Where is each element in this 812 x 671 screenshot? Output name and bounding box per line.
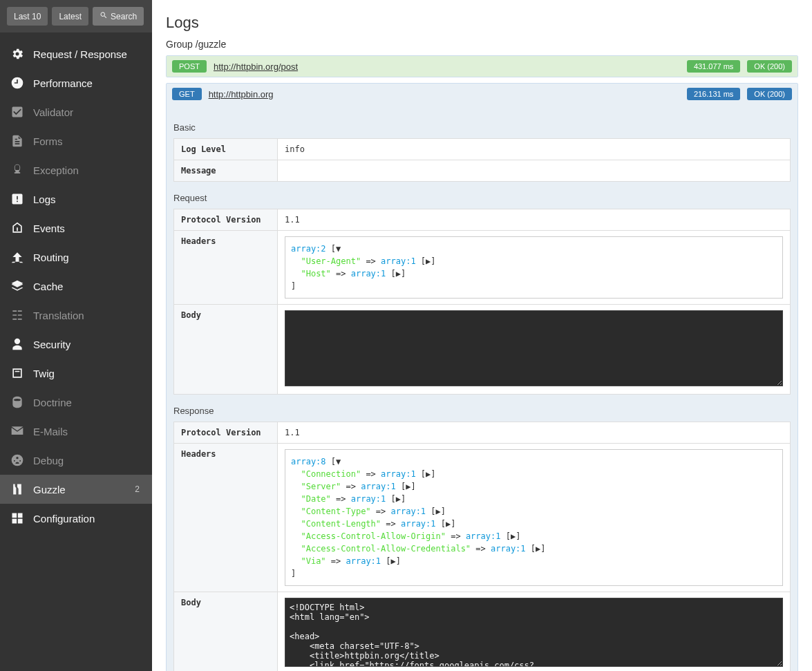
row-value: 1.1 bbox=[278, 209, 791, 231]
headers-dump[interactable]: array:8 [▼ "Connection" => array:1 [▶] "… bbox=[285, 449, 783, 586]
log-entry-header[interactable]: GEThttp://httpbin.org216.131 msOK (200) bbox=[167, 84, 797, 104]
expand-toggle-icon[interactable]: ▶ bbox=[426, 256, 431, 266]
row-label: Body bbox=[174, 305, 278, 395]
sidebar-item-label: Translation bbox=[33, 310, 84, 321]
sidebar-item-count: 2 bbox=[135, 484, 142, 494]
status-pill: OK (200) bbox=[747, 60, 792, 73]
latest-button[interactable]: Latest bbox=[52, 7, 88, 26]
table-row: Body bbox=[174, 305, 791, 395]
text-value: 1.1 bbox=[285, 215, 300, 225]
text-value: 1.1 bbox=[285, 428, 300, 437]
expand-toggle-icon[interactable]: ▶ bbox=[511, 531, 516, 541]
response-body-textarea[interactable] bbox=[285, 598, 783, 667]
group-path: /guzzle bbox=[196, 39, 226, 50]
table-row: Protocol Version1.1 bbox=[174, 422, 791, 444]
sidebar-item-forms[interactable]: Forms bbox=[0, 126, 152, 155]
request-response-icon bbox=[10, 46, 25, 62]
collapse-toggle-icon[interactable]: ▼ bbox=[336, 244, 341, 254]
expand-toggle-icon[interactable]: ▶ bbox=[396, 269, 401, 278]
row-label: Message bbox=[174, 160, 278, 182]
log-entry: GEThttp://httpbin.org216.131 msOK (200)B… bbox=[166, 83, 798, 671]
row-label: Protocol Version bbox=[174, 209, 278, 231]
table-row: Log Levelinfo bbox=[174, 139, 791, 160]
method-badge: POST bbox=[172, 60, 207, 73]
collapse-toggle-icon[interactable]: ▼ bbox=[336, 457, 341, 466]
basic-section-title: Basic bbox=[173, 122, 791, 133]
sidebar-item-label: Exception bbox=[33, 164, 79, 176]
search-button[interactable]: Search bbox=[93, 7, 144, 26]
validator-icon bbox=[10, 104, 25, 120]
sidebar-item-label: Performance bbox=[33, 77, 93, 89]
debug-icon bbox=[10, 453, 25, 468]
table-row: Body bbox=[174, 592, 791, 672]
expand-toggle-icon[interactable]: ▶ bbox=[391, 556, 396, 566]
sidebar-item-translation[interactable]: Translation bbox=[0, 301, 152, 330]
expand-toggle-icon[interactable]: ▶ bbox=[436, 507, 441, 516]
row-value bbox=[278, 160, 791, 182]
row-value: 1.1 bbox=[278, 422, 791, 444]
sidebar-item-performance[interactable]: Performance bbox=[0, 68, 152, 97]
row-label: Headers bbox=[174, 444, 278, 592]
sidebar-item-validator[interactable]: Validator bbox=[0, 97, 152, 126]
sidebar-item-label: E-Mails bbox=[33, 426, 68, 437]
sidebar-item-configuration[interactable]: Configuration bbox=[0, 504, 152, 533]
sidebar-item-label: Events bbox=[33, 223, 65, 234]
sidebar-item-events[interactable]: Events bbox=[0, 214, 152, 243]
table-row: Headersarray:2 [▼ "User-Agent" => array:… bbox=[174, 231, 791, 305]
doctrine-icon bbox=[10, 395, 25, 410]
search-label: Search bbox=[111, 12, 137, 21]
text-value: info bbox=[285, 144, 305, 154]
row-value bbox=[278, 592, 791, 672]
row-label: Headers bbox=[174, 231, 278, 305]
row-value: array:2 [▼ "User-Agent" => array:1 [▶] "… bbox=[278, 231, 791, 305]
sidebar-item-label: Security bbox=[33, 339, 70, 350]
sidebar-item-label: Routing bbox=[33, 252, 69, 263]
sidebar: Last 10 Latest Search Request / Response… bbox=[0, 0, 152, 671]
request-body-textarea[interactable] bbox=[285, 310, 783, 386]
sidebar-item-guzzle[interactable]: Guzzle2 bbox=[0, 475, 152, 504]
request-url[interactable]: http://httpbin.org/post bbox=[214, 62, 298, 72]
table-row: Protocol Version1.1 bbox=[174, 209, 791, 231]
row-label: Log Level bbox=[174, 139, 278, 160]
row-label: Protocol Version bbox=[174, 422, 278, 444]
guzzle-icon bbox=[10, 482, 25, 497]
cache-icon bbox=[10, 278, 25, 294]
sidebar-item-label: Doctrine bbox=[33, 397, 72, 408]
expand-toggle-icon[interactable]: ▶ bbox=[406, 482, 410, 491]
sidebar-item-label: Guzzle bbox=[33, 484, 66, 495]
sidebar-item-label: Debug bbox=[33, 455, 64, 466]
sidebar-item-twig[interactable]: Twig bbox=[0, 359, 152, 388]
sidebar-item-cache[interactable]: Cache bbox=[0, 272, 152, 301]
sidebar-item-routing[interactable]: Routing bbox=[0, 243, 152, 272]
sidebar-nav: Request / ResponsePerformanceValidatorFo… bbox=[0, 32, 152, 533]
sidebar-item-label: Cache bbox=[33, 281, 63, 292]
request-url[interactable]: http://httpbin.org bbox=[209, 89, 274, 100]
sidebar-item-logs[interactable]: Logs bbox=[0, 185, 152, 214]
sidebar-item-doctrine[interactable]: Doctrine bbox=[0, 388, 152, 417]
sidebar-item-security[interactable]: Security bbox=[0, 330, 152, 359]
sidebar-item-label: Request / Response bbox=[33, 48, 127, 60]
expand-toggle-icon[interactable]: ▶ bbox=[426, 469, 431, 479]
time-pill: 431.077 ms bbox=[687, 60, 740, 73]
group-label: Group bbox=[166, 39, 193, 50]
table-row: Headersarray:8 [▼ "Connection" => array:… bbox=[174, 444, 791, 592]
basic-table: Log LevelinfoMessage bbox=[173, 138, 791, 182]
expand-toggle-icon[interactable]: ▶ bbox=[446, 519, 451, 529]
expand-toggle-icon[interactable]: ▶ bbox=[536, 544, 540, 554]
sidebar-item-e-mails[interactable]: E-Mails bbox=[0, 417, 152, 446]
request-table: Protocol Version1.1Headersarray:2 [▼ "Us… bbox=[173, 209, 791, 395]
translation-icon bbox=[10, 308, 25, 323]
sidebar-item-request-response[interactable]: Request / Response bbox=[0, 39, 152, 68]
security-icon bbox=[10, 337, 25, 352]
log-entry-detail: BasicLog LevelinfoMessageRequestProtocol… bbox=[167, 104, 797, 671]
expand-toggle-icon[interactable]: ▶ bbox=[396, 494, 401, 504]
exception-icon bbox=[10, 162, 25, 178]
sidebar-item-exception[interactable]: Exception bbox=[0, 155, 152, 185]
events-icon bbox=[10, 220, 25, 236]
headers-dump[interactable]: array:2 [▼ "User-Agent" => array:1 [▶] "… bbox=[285, 236, 783, 299]
sidebar-item-debug[interactable]: Debug bbox=[0, 446, 152, 475]
sidebar-item-label: Forms bbox=[33, 135, 63, 147]
twig-icon bbox=[10, 366, 25, 381]
last10-button[interactable]: Last 10 bbox=[7, 7, 48, 26]
log-entry-header[interactable]: POSThttp://httpbin.org/post431.077 msOK … bbox=[167, 56, 797, 77]
